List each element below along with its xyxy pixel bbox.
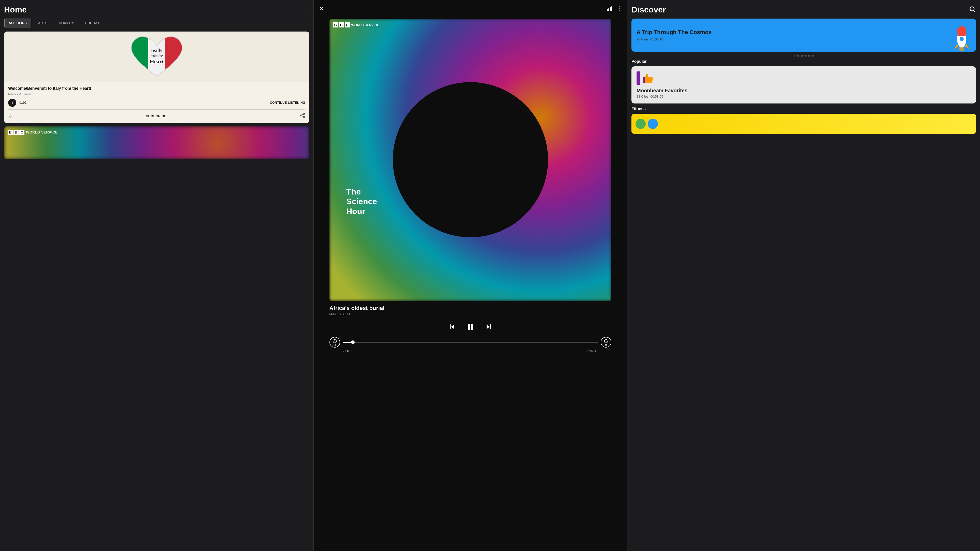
fitness-card[interactable] — [632, 114, 976, 134]
album-bbc-logo: B B C WORLD SERVICE — [333, 22, 379, 27]
pause-button[interactable] — [466, 322, 475, 333]
player-controls — [449, 322, 492, 333]
dot-6[interactable] — [811, 55, 814, 57]
dot-1[interactable] — [794, 55, 796, 57]
subscribe-button[interactable]: SUBSCRIBE — [146, 114, 166, 118]
close-button[interactable]: ✕ — [319, 5, 324, 12]
italy-heart-svg: really from the Heart — [124, 32, 190, 83]
share-button[interactable] — [300, 113, 305, 119]
bbc-world-service-label: WORLD SERVICE — [26, 130, 57, 134]
svg-point-21 — [960, 37, 964, 41]
italy-card-category: Places & Travel — [8, 92, 305, 96]
episode-title: Africa's oldest burial — [329, 305, 612, 311]
album-world-service: WORLD SERVICE — [352, 23, 379, 27]
home-title: Home — [4, 5, 27, 14]
progress-bar[interactable] — [343, 342, 598, 343]
bbc-card: B B C WORLD SERVICE — [4, 126, 309, 159]
featured-text: A Trip Through The Cosmos 20 Clips, 01:0… — [636, 29, 971, 41]
home-header: Home ⋮ — [4, 5, 309, 14]
thumb-composition — [636, 71, 654, 85]
show-title-line1: The — [346, 187, 377, 197]
album-art: B B C WORLD SERVICE The Science Hour — [329, 19, 612, 301]
search-button[interactable] — [969, 6, 976, 14]
svg-text:really: really — [151, 48, 162, 53]
popular-card-title: Moonbeam Favorites — [636, 88, 971, 94]
show-title-line3: Hour — [346, 206, 377, 216]
continue-listening-button[interactable]: CONTINUE LISTENING — [270, 101, 305, 105]
dot-5[interactable] — [808, 55, 810, 57]
rewind-button[interactable]: 15 — [329, 337, 340, 348]
dot-2[interactable] — [797, 55, 799, 57]
episode-date: MAY 09 2021 — [329, 313, 612, 316]
rocket-illustration — [951, 24, 972, 52]
italy-card: really from the Heart Welcome/Benvenuti … — [4, 32, 309, 123]
tab-comedy[interactable]: COMEDY — [54, 19, 79, 27]
discover-title: Discover — [632, 5, 666, 14]
album-bbc-c: C — [345, 22, 350, 27]
card-actions: ♡ SUBSCRIBE — [8, 112, 305, 119]
search-icon-svg — [969, 6, 976, 13]
svg-marker-11 — [451, 324, 454, 329]
popular-card-meta: 13 Clips, 00:58:05 — [636, 95, 971, 98]
featured-card[interactable]: A Trip Through The Cosmos 20 Clips, 01:0… — [632, 19, 976, 52]
bbc-letter-c: C — [19, 130, 24, 135]
svg-line-18 — [974, 10, 975, 12]
player-top-bar: ✕ ⋮ — [314, 0, 627, 15]
signal-bar-4 — [611, 6, 612, 11]
popular-label: Popular — [632, 59, 976, 64]
previous-button[interactable] — [449, 323, 456, 332]
card-more-options[interactable]: ⋯ — [301, 86, 305, 91]
thumbs-up-svg — [641, 71, 654, 85]
card-pause-button[interactable]: ⏸ — [8, 98, 16, 107]
italy-card-title: Welcome/Benvenuti to Italy from the Hear… — [8, 86, 91, 91]
player-top-right: ⋮ — [607, 5, 622, 12]
share-icon — [300, 113, 305, 118]
purple-bar-dot — [638, 82, 639, 83]
pause-icon: ⏸ — [11, 101, 14, 105]
prev-icon — [449, 323, 456, 330]
progress-thumb — [351, 340, 355, 344]
svg-rect-14 — [471, 324, 473, 330]
card-time: -1:02 — [19, 101, 27, 105]
rewind-label: 15 — [334, 344, 336, 346]
home-more-options[interactable]: ⋮ — [303, 6, 309, 13]
progress-row: 15 30 — [329, 337, 612, 348]
svg-line-10 — [302, 114, 303, 115]
bbc-letter-b2: B — [13, 130, 19, 135]
svg-point-7 — [301, 115, 302, 116]
progress-section: 15 30 2:50 -1:02:40 — [329, 337, 612, 353]
like-button[interactable]: ♡ — [8, 113, 13, 119]
discover-header: Discover — [632, 5, 976, 14]
popular-card[interactable]: Moonbeam Favorites 13 Clips, 00:58:05 — [632, 67, 976, 103]
featured-subtitle: 20 Clips, 01:03:10 — [636, 37, 971, 41]
show-title-line2: Science — [346, 197, 377, 206]
italy-card-progress-row: ⏸ -1:02 CONTINUE LISTENING — [8, 98, 305, 107]
forward-button[interactable]: 30 — [601, 337, 611, 348]
bbc-letters: B B C — [8, 130, 24, 135]
tab-educat[interactable]: EDUCAT — [81, 19, 104, 27]
next-button[interactable] — [485, 323, 492, 332]
time-remaining: -1:02:40 — [586, 349, 598, 353]
player-more-options[interactable]: ⋮ — [616, 5, 622, 12]
home-panel: Home ⋮ ALL CLIPS ARTS COMEDY EDUCAT re — [0, 0, 313, 551]
tab-all-clips[interactable]: ALL CLIPS — [4, 19, 31, 27]
bbc-logo-bottom: B B C WORLD SERVICE — [8, 130, 57, 135]
svg-rect-16 — [490, 324, 491, 329]
bbc-letter-b1: B — [8, 130, 13, 135]
signal-icon — [607, 6, 612, 11]
tab-arts[interactable]: ARTS — [33, 19, 52, 27]
fitness-bg — [632, 114, 976, 134]
rocket-svg — [953, 25, 970, 52]
dot-3[interactable] — [801, 55, 803, 57]
dot-4[interactable] — [805, 55, 807, 57]
time-labels: 2:50 -1:02:40 — [329, 349, 612, 353]
svg-point-17 — [970, 6, 974, 11]
rewind-icon — [332, 338, 337, 344]
fitness-icon-green — [636, 119, 646, 129]
time-current: 2:50 — [343, 349, 349, 353]
fitness-icon-blue — [648, 119, 658, 129]
svg-point-6 — [303, 113, 305, 115]
svg-line-9 — [302, 116, 303, 117]
svg-point-22 — [959, 47, 964, 51]
fitness-label: Fitness — [632, 106, 976, 111]
